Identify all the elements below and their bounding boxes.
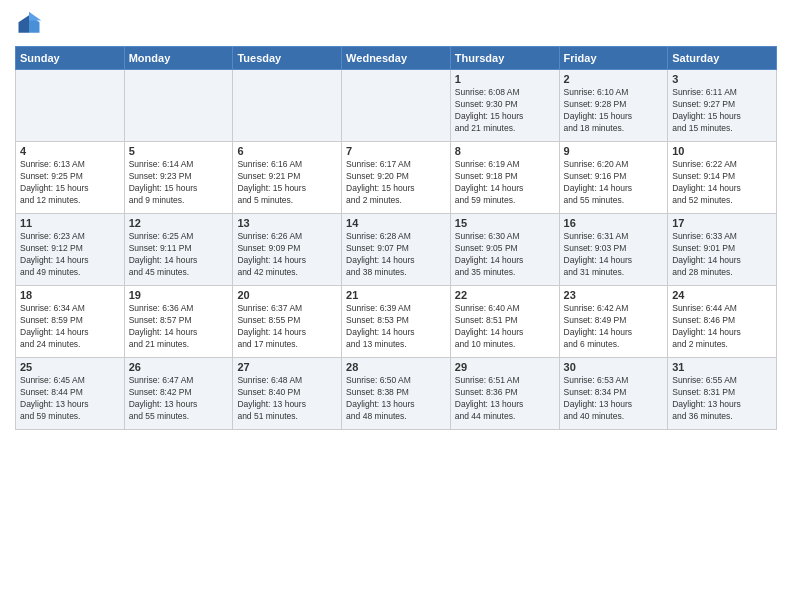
weekday-header: Sunday bbox=[16, 47, 125, 70]
calendar-cell: 12Sunrise: 6:25 AM Sunset: 9:11 PM Dayli… bbox=[124, 214, 233, 286]
weekday-header: Wednesday bbox=[342, 47, 451, 70]
weekday-header: Saturday bbox=[668, 47, 777, 70]
day-number: 26 bbox=[129, 361, 229, 373]
day-number: 29 bbox=[455, 361, 555, 373]
calendar-cell: 5Sunrise: 6:14 AM Sunset: 9:23 PM Daylig… bbox=[124, 142, 233, 214]
day-detail: Sunrise: 6:28 AM Sunset: 9:07 PM Dayligh… bbox=[346, 231, 446, 279]
calendar-cell: 17Sunrise: 6:33 AM Sunset: 9:01 PM Dayli… bbox=[668, 214, 777, 286]
day-detail: Sunrise: 6:34 AM Sunset: 8:59 PM Dayligh… bbox=[20, 303, 120, 351]
logo-icon bbox=[15, 10, 43, 38]
calendar-week-row: 18Sunrise: 6:34 AM Sunset: 8:59 PM Dayli… bbox=[16, 286, 777, 358]
weekday-header: Tuesday bbox=[233, 47, 342, 70]
day-detail: Sunrise: 6:19 AM Sunset: 9:18 PM Dayligh… bbox=[455, 159, 555, 207]
day-detail: Sunrise: 6:48 AM Sunset: 8:40 PM Dayligh… bbox=[237, 375, 337, 423]
weekday-header: Friday bbox=[559, 47, 668, 70]
calendar-week-row: 4Sunrise: 6:13 AM Sunset: 9:25 PM Daylig… bbox=[16, 142, 777, 214]
calendar-cell: 10Sunrise: 6:22 AM Sunset: 9:14 PM Dayli… bbox=[668, 142, 777, 214]
day-number: 3 bbox=[672, 73, 772, 85]
calendar-cell bbox=[233, 70, 342, 142]
calendar-cell: 19Sunrise: 6:36 AM Sunset: 8:57 PM Dayli… bbox=[124, 286, 233, 358]
day-number: 2 bbox=[564, 73, 664, 85]
day-detail: Sunrise: 6:55 AM Sunset: 8:31 PM Dayligh… bbox=[672, 375, 772, 423]
calendar-cell: 4Sunrise: 6:13 AM Sunset: 9:25 PM Daylig… bbox=[16, 142, 125, 214]
calendar-cell: 24Sunrise: 6:44 AM Sunset: 8:46 PM Dayli… bbox=[668, 286, 777, 358]
day-number: 11 bbox=[20, 217, 120, 229]
calendar-table: SundayMondayTuesdayWednesdayThursdayFrid… bbox=[15, 46, 777, 430]
day-number: 15 bbox=[455, 217, 555, 229]
day-number: 9 bbox=[564, 145, 664, 157]
logo bbox=[15, 10, 47, 38]
calendar-cell: 29Sunrise: 6:51 AM Sunset: 8:36 PM Dayli… bbox=[450, 358, 559, 430]
day-detail: Sunrise: 6:53 AM Sunset: 8:34 PM Dayligh… bbox=[564, 375, 664, 423]
day-number: 21 bbox=[346, 289, 446, 301]
day-detail: Sunrise: 6:25 AM Sunset: 9:11 PM Dayligh… bbox=[129, 231, 229, 279]
day-number: 5 bbox=[129, 145, 229, 157]
calendar-cell: 25Sunrise: 6:45 AM Sunset: 8:44 PM Dayli… bbox=[16, 358, 125, 430]
page: SundayMondayTuesdayWednesdayThursdayFrid… bbox=[0, 0, 792, 612]
day-number: 19 bbox=[129, 289, 229, 301]
calendar-cell: 13Sunrise: 6:26 AM Sunset: 9:09 PM Dayli… bbox=[233, 214, 342, 286]
day-number: 4 bbox=[20, 145, 120, 157]
day-number: 28 bbox=[346, 361, 446, 373]
day-number: 1 bbox=[455, 73, 555, 85]
day-number: 20 bbox=[237, 289, 337, 301]
calendar-cell: 20Sunrise: 6:37 AM Sunset: 8:55 PM Dayli… bbox=[233, 286, 342, 358]
day-number: 7 bbox=[346, 145, 446, 157]
calendar-week-row: 1Sunrise: 6:08 AM Sunset: 9:30 PM Daylig… bbox=[16, 70, 777, 142]
calendar-cell: 30Sunrise: 6:53 AM Sunset: 8:34 PM Dayli… bbox=[559, 358, 668, 430]
calendar-cell: 1Sunrise: 6:08 AM Sunset: 9:30 PM Daylig… bbox=[450, 70, 559, 142]
day-detail: Sunrise: 6:17 AM Sunset: 9:20 PM Dayligh… bbox=[346, 159, 446, 207]
day-detail: Sunrise: 6:13 AM Sunset: 9:25 PM Dayligh… bbox=[20, 159, 120, 207]
calendar-cell bbox=[16, 70, 125, 142]
day-detail: Sunrise: 6:30 AM Sunset: 9:05 PM Dayligh… bbox=[455, 231, 555, 279]
day-detail: Sunrise: 6:14 AM Sunset: 9:23 PM Dayligh… bbox=[129, 159, 229, 207]
calendar-cell: 21Sunrise: 6:39 AM Sunset: 8:53 PM Dayli… bbox=[342, 286, 451, 358]
day-detail: Sunrise: 6:20 AM Sunset: 9:16 PM Dayligh… bbox=[564, 159, 664, 207]
day-detail: Sunrise: 6:08 AM Sunset: 9:30 PM Dayligh… bbox=[455, 87, 555, 135]
day-detail: Sunrise: 6:44 AM Sunset: 8:46 PM Dayligh… bbox=[672, 303, 772, 351]
calendar-cell: 31Sunrise: 6:55 AM Sunset: 8:31 PM Dayli… bbox=[668, 358, 777, 430]
day-number: 25 bbox=[20, 361, 120, 373]
day-detail: Sunrise: 6:42 AM Sunset: 8:49 PM Dayligh… bbox=[564, 303, 664, 351]
weekday-header: Monday bbox=[124, 47, 233, 70]
day-number: 10 bbox=[672, 145, 772, 157]
day-detail: Sunrise: 6:47 AM Sunset: 8:42 PM Dayligh… bbox=[129, 375, 229, 423]
calendar-cell: 16Sunrise: 6:31 AM Sunset: 9:03 PM Dayli… bbox=[559, 214, 668, 286]
day-detail: Sunrise: 6:50 AM Sunset: 8:38 PM Dayligh… bbox=[346, 375, 446, 423]
calendar-cell bbox=[124, 70, 233, 142]
day-number: 12 bbox=[129, 217, 229, 229]
header bbox=[15, 10, 777, 38]
calendar-cell: 15Sunrise: 6:30 AM Sunset: 9:05 PM Dayli… bbox=[450, 214, 559, 286]
day-detail: Sunrise: 6:26 AM Sunset: 9:09 PM Dayligh… bbox=[237, 231, 337, 279]
day-number: 23 bbox=[564, 289, 664, 301]
day-number: 22 bbox=[455, 289, 555, 301]
day-number: 14 bbox=[346, 217, 446, 229]
calendar-cell: 27Sunrise: 6:48 AM Sunset: 8:40 PM Dayli… bbox=[233, 358, 342, 430]
day-detail: Sunrise: 6:39 AM Sunset: 8:53 PM Dayligh… bbox=[346, 303, 446, 351]
calendar-cell: 18Sunrise: 6:34 AM Sunset: 8:59 PM Dayli… bbox=[16, 286, 125, 358]
day-detail: Sunrise: 6:37 AM Sunset: 8:55 PM Dayligh… bbox=[237, 303, 337, 351]
calendar-cell: 26Sunrise: 6:47 AM Sunset: 8:42 PM Dayli… bbox=[124, 358, 233, 430]
calendar-cell: 14Sunrise: 6:28 AM Sunset: 9:07 PM Dayli… bbox=[342, 214, 451, 286]
day-detail: Sunrise: 6:23 AM Sunset: 9:12 PM Dayligh… bbox=[20, 231, 120, 279]
calendar-cell: 2Sunrise: 6:10 AM Sunset: 9:28 PM Daylig… bbox=[559, 70, 668, 142]
day-detail: Sunrise: 6:36 AM Sunset: 8:57 PM Dayligh… bbox=[129, 303, 229, 351]
day-detail: Sunrise: 6:10 AM Sunset: 9:28 PM Dayligh… bbox=[564, 87, 664, 135]
weekday-header-row: SundayMondayTuesdayWednesdayThursdayFrid… bbox=[16, 47, 777, 70]
day-number: 13 bbox=[237, 217, 337, 229]
day-detail: Sunrise: 6:31 AM Sunset: 9:03 PM Dayligh… bbox=[564, 231, 664, 279]
day-number: 18 bbox=[20, 289, 120, 301]
day-detail: Sunrise: 6:22 AM Sunset: 9:14 PM Dayligh… bbox=[672, 159, 772, 207]
day-number: 6 bbox=[237, 145, 337, 157]
day-number: 24 bbox=[672, 289, 772, 301]
calendar-cell: 6Sunrise: 6:16 AM Sunset: 9:21 PM Daylig… bbox=[233, 142, 342, 214]
day-detail: Sunrise: 6:40 AM Sunset: 8:51 PM Dayligh… bbox=[455, 303, 555, 351]
calendar-week-row: 25Sunrise: 6:45 AM Sunset: 8:44 PM Dayli… bbox=[16, 358, 777, 430]
day-number: 27 bbox=[237, 361, 337, 373]
calendar-cell: 7Sunrise: 6:17 AM Sunset: 9:20 PM Daylig… bbox=[342, 142, 451, 214]
day-number: 31 bbox=[672, 361, 772, 373]
day-number: 30 bbox=[564, 361, 664, 373]
calendar-cell: 23Sunrise: 6:42 AM Sunset: 8:49 PM Dayli… bbox=[559, 286, 668, 358]
calendar-cell: 28Sunrise: 6:50 AM Sunset: 8:38 PM Dayli… bbox=[342, 358, 451, 430]
day-number: 17 bbox=[672, 217, 772, 229]
